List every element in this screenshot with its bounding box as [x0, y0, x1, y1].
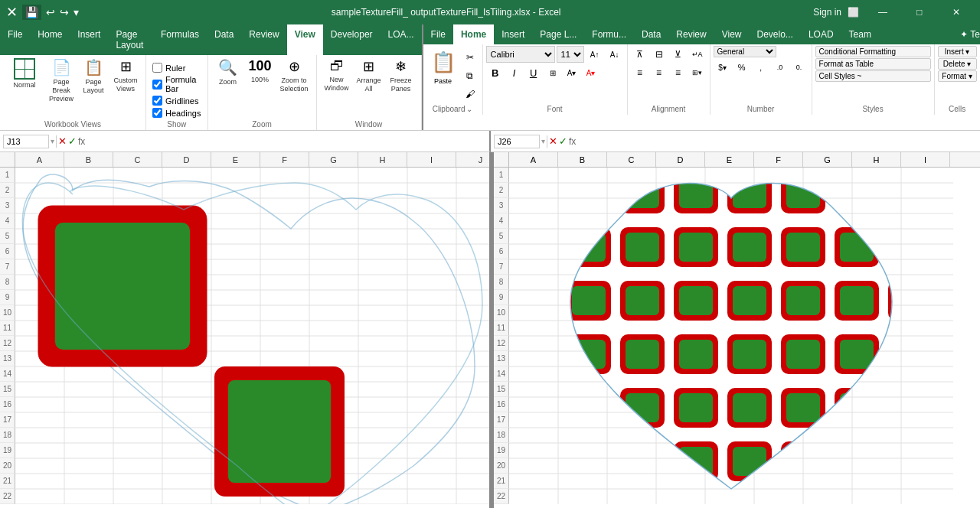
- fill-color-button[interactable]: A▾: [563, 64, 581, 81]
- increase-font-button[interactable]: A↑: [586, 46, 604, 63]
- right-row-4[interactable]: 4: [494, 213, 509, 229]
- ruler-checkbox[interactable]: [152, 63, 162, 73]
- col-header-G[interactable]: G: [309, 152, 358, 167]
- paste-button[interactable]: 📋: [428, 47, 459, 77]
- tab-data-left[interactable]: Data: [207, 24, 241, 55]
- right-formula-input[interactable]: [577, 135, 977, 148]
- wrap-text-button[interactable]: ↵A: [688, 46, 707, 63]
- row-num-7[interactable]: 7: [0, 259, 15, 275]
- maximize-button[interactable]: □: [902, 0, 937, 24]
- align-bottom-button[interactable]: ⊻: [669, 46, 688, 63]
- col-header-H[interactable]: H: [358, 152, 407, 167]
- right-col-I[interactable]: I: [901, 152, 950, 167]
- row-num-18[interactable]: 18: [0, 428, 15, 443]
- right-row-6[interactable]: 6: [494, 244, 509, 259]
- formulabar-checkbox[interactable]: [152, 80, 162, 90]
- border-button[interactable]: ⊞: [544, 64, 562, 81]
- tab-pagelayout-left[interactable]: Page Layout: [108, 24, 153, 55]
- formulabar-checkbox-label[interactable]: Formula Bar: [152, 75, 201, 93]
- right-row-16[interactable]: 16: [494, 397, 509, 412]
- col-header-J[interactable]: J: [456, 152, 491, 167]
- decrease-decimal-button[interactable]: .0: [771, 59, 789, 76]
- left-formula-input[interactable]: [87, 135, 486, 148]
- right-row-19[interactable]: 19: [494, 443, 509, 458]
- row-num-16[interactable]: 16: [0, 397, 15, 412]
- merge-button[interactable]: ⊞▾: [688, 64, 707, 81]
- tab-review-right[interactable]: Review: [668, 24, 714, 44]
- right-col-A[interactable]: A: [509, 152, 558, 167]
- row-num-3[interactable]: 3: [0, 198, 15, 213]
- right-col-D[interactable]: D: [656, 152, 705, 167]
- right-row-22[interactable]: 22: [494, 489, 509, 504]
- zoom-selection-button[interactable]: ⊕ Zoom toSelection: [277, 57, 312, 95]
- row-num-10[interactable]: 10: [0, 305, 15, 321]
- tab-developer-left[interactable]: Developer: [323, 24, 381, 55]
- right-name-box[interactable]: [494, 135, 540, 148]
- right-row-3[interactable]: 3: [494, 198, 509, 213]
- ruler-checkbox-label[interactable]: Ruler: [152, 63, 201, 73]
- right-confirm-button[interactable]: ✓: [559, 135, 567, 147]
- tab-insert-right[interactable]: Insert: [494, 24, 532, 44]
- right-row-17[interactable]: 17: [494, 412, 509, 428]
- decrease-font-button[interactable]: A↓: [606, 46, 624, 63]
- normal-view-button[interactable]: Normal: [5, 57, 44, 91]
- right-row-21[interactable]: 21: [494, 474, 509, 489]
- align-top-button[interactable]: ⊼: [631, 46, 649, 63]
- zoom100-button[interactable]: 100 100%: [245, 57, 276, 86]
- headings-checkbox-label[interactable]: Headings: [152, 108, 201, 118]
- format-cells-button[interactable]: Format ▾: [938, 70, 977, 82]
- row-num-6[interactable]: 6: [0, 244, 15, 259]
- row-num-4[interactable]: 4: [0, 213, 15, 229]
- left-name-expand[interactable]: ▾: [51, 137, 54, 145]
- row-num-5[interactable]: 5: [0, 229, 15, 244]
- col-header-D[interactable]: D: [162, 152, 211, 167]
- tab-view-left[interactable]: View: [287, 24, 323, 55]
- row-num-12[interactable]: 12: [0, 336, 15, 351]
- tab-formulas-left[interactable]: Formulas: [153, 24, 207, 55]
- tab-file-right[interactable]: File: [423, 24, 453, 44]
- row-num-13[interactable]: 13: [0, 351, 15, 366]
- right-col-G[interactable]: G: [803, 152, 852, 167]
- font-name-select[interactable]: Calibri: [486, 46, 555, 63]
- tab-data-right[interactable]: Data: [634, 24, 668, 44]
- format-as-table-button[interactable]: Format as Table: [815, 58, 931, 70]
- row-num-21[interactable]: 21: [0, 474, 15, 489]
- row-num-14[interactable]: 14: [0, 366, 15, 382]
- currency-button[interactable]: $▾: [714, 59, 732, 76]
- col-header-A[interactable]: A: [15, 152, 64, 167]
- col-header-B[interactable]: B: [64, 152, 113, 167]
- right-cancel-button[interactable]: ✕: [549, 135, 557, 147]
- row-num-19[interactable]: 19: [0, 443, 15, 458]
- arrange-all-button[interactable]: ⊞ ArrangeAll: [354, 57, 384, 95]
- row-num-17[interactable]: 17: [0, 412, 15, 428]
- custom-views-button[interactable]: ⊞ Custom Views: [110, 57, 141, 95]
- right-row-13[interactable]: 13: [494, 351, 509, 366]
- gridlines-checkbox-label[interactable]: Gridlines: [152, 96, 201, 106]
- tab-load-right[interactable]: LOAD: [801, 24, 841, 44]
- tell-me-right[interactable]: ✦ Tell me: [952, 24, 980, 44]
- headings-checkbox[interactable]: [152, 108, 162, 118]
- bold-button[interactable]: B: [486, 64, 505, 81]
- right-row-2[interactable]: 2: [494, 183, 509, 198]
- pane-divider[interactable]: [491, 152, 494, 508]
- tab-insert-left[interactable]: Insert: [70, 24, 108, 55]
- right-row-18[interactable]: 18: [494, 428, 509, 443]
- row-num-15[interactable]: 15: [0, 382, 15, 397]
- clipboard-expand-icon[interactable]: ⌄: [466, 105, 472, 113]
- left-name-box[interactable]: [3, 135, 49, 148]
- tab-home-left[interactable]: Home: [30, 24, 70, 55]
- conditional-formatting-button[interactable]: Conditional Formatting: [815, 46, 931, 57]
- right-col-H[interactable]: H: [852, 152, 901, 167]
- right-row-11[interactable]: 11: [494, 321, 509, 336]
- tab-review-left[interactable]: Review: [241, 24, 286, 55]
- right-row-12[interactable]: 12: [494, 336, 509, 351]
- font-color-button[interactable]: A▾: [582, 64, 600, 81]
- page-layout-button[interactable]: 📋 PageLayout: [78, 57, 109, 96]
- percent-button[interactable]: %: [733, 59, 751, 76]
- number-format-select[interactable]: General: [714, 46, 776, 57]
- cut-button[interactable]: ✂: [461, 49, 479, 66]
- left-cancel-button[interactable]: ✕: [58, 135, 67, 147]
- align-left-button[interactable]: ≡: [631, 64, 649, 81]
- sign-in-link[interactable]: Sign in: [813, 7, 841, 18]
- insert-cells-button[interactable]: Insert ▾: [938, 46, 977, 57]
